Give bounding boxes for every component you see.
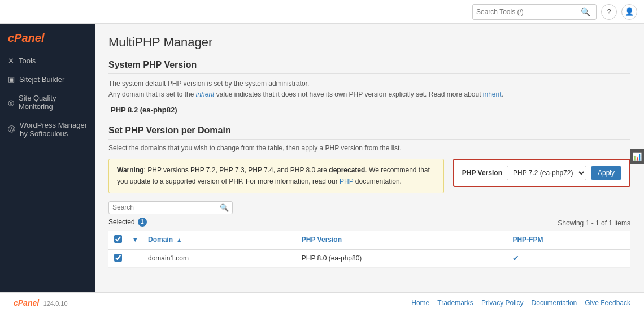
footer-brand: cPanel 124.0.10 bbox=[14, 298, 68, 307]
warning-bold: deprecated bbox=[329, 166, 365, 174]
search-submit-button[interactable]: 🔍 bbox=[578, 6, 593, 18]
domain-search-input[interactable] bbox=[112, 203, 220, 211]
footer: cPanel 124.0.10 Home Trademarks Privacy … bbox=[0, 292, 644, 313]
main-content: MultiPHP Manager System PHP Version The … bbox=[95, 24, 644, 292]
row-checkbox-cell bbox=[108, 249, 128, 268]
php-version-selector-box: PHP Version PHP 7.2 (ea-php72) PHP 7.3 (… bbox=[453, 159, 630, 187]
sidebar-item-sitejet[interactable]: ▣ Sitejet Builder bbox=[0, 70, 95, 89]
sidebar-logo: cPanel bbox=[0, 24, 95, 51]
showing-text: Showing 1 - 1 of 1 items bbox=[558, 219, 630, 227]
row-indicator-cell bbox=[128, 249, 142, 268]
footer-link-home[interactable]: Home bbox=[411, 299, 429, 307]
warning-box: Warning: PHP versions PHP 7.2, PHP 7.3, … bbox=[108, 159, 444, 193]
sidebar-item-label-quality: Site Quality Monitoring bbox=[19, 94, 87, 111]
sidebar-item-label-wordpress: WordPress Manager by Softaculous bbox=[20, 121, 87, 138]
selected-label: Selected bbox=[108, 218, 135, 226]
set-php-section: Set PHP Version per Domain Select the do… bbox=[108, 125, 630, 267]
inherit-link2[interactable]: inherit bbox=[483, 90, 502, 98]
system-php-title: System PHP Version bbox=[108, 60, 630, 74]
apply-button[interactable]: Apply bbox=[591, 166, 621, 180]
quality-icon: ◎ bbox=[8, 98, 14, 107]
th-domain[interactable]: Domain ▲ bbox=[142, 231, 296, 249]
row-php-version: PHP 8.0 (ea-php80) bbox=[296, 249, 507, 268]
footer-link-feedback[interactable]: Give Feedback bbox=[585, 299, 630, 307]
th-checkbox bbox=[108, 231, 128, 249]
sitejet-icon: ▣ bbox=[8, 75, 15, 84]
table-row: domain1.com PHP 8.0 (ea-php80) ✔ bbox=[108, 249, 630, 268]
th-php-fpm: PHP-FPM bbox=[507, 231, 630, 249]
logo-text: cPanel bbox=[8, 32, 44, 44]
system-php-section: System PHP Version The system default PH… bbox=[108, 60, 630, 114]
tools-icon: ✕ bbox=[8, 56, 14, 65]
php-version-select[interactable]: PHP 7.2 (ea-php72) PHP 7.3 (ea-php73) PH… bbox=[507, 166, 586, 180]
domain-table: ▾ Domain ▲ PHP Version PHP-FPM bbox=[108, 231, 630, 268]
inherit-link1[interactable]: inherit bbox=[196, 90, 215, 98]
warning-row: Warning: PHP versions PHP 7.2, PHP 7.3, … bbox=[108, 159, 630, 193]
selected-count: 1 bbox=[138, 218, 147, 227]
sidebar-item-label-sitejet: Sitejet Builder bbox=[19, 75, 64, 84]
select-all-checkbox[interactable] bbox=[114, 235, 122, 243]
warning-text-before: PHP versions PHP 7.2, PHP 7.3, PHP 7.4, … bbox=[147, 166, 327, 174]
domain-search-wrap: 🔍 bbox=[108, 201, 233, 214]
sidebar-item-tools[interactable]: ✕ Tools bbox=[0, 51, 95, 70]
topbar: 🔍 ? 👤 bbox=[0, 0, 644, 24]
sidebar-item-label-tools: Tools bbox=[19, 56, 36, 65]
php-doc-link[interactable]: PHP bbox=[340, 177, 353, 185]
page-title: MultiPHP Manager bbox=[108, 35, 630, 50]
wordpress-icon: Ⓦ bbox=[8, 124, 15, 134]
system-php-desc: The system default PHP version is set by… bbox=[108, 79, 630, 100]
th-php-version: PHP Version bbox=[296, 231, 507, 249]
set-php-desc: Select the domains that you wish to chan… bbox=[108, 144, 630, 152]
sidebar-item-wordpress[interactable]: Ⓦ WordPress Manager by Softaculous bbox=[0, 116, 95, 143]
domain-search-button[interactable]: 🔍 bbox=[220, 203, 229, 212]
chart-toggle-button[interactable]: 📊 bbox=[630, 149, 644, 164]
system-php-version: PHP 8.2 (ea-php82) bbox=[108, 106, 630, 114]
sort-indicator: ▾ bbox=[133, 236, 137, 244]
sidebar-item-quality[interactable]: ◎ Site Quality Monitoring bbox=[0, 89, 95, 116]
help-icon-button[interactable]: ? bbox=[601, 4, 617, 20]
footer-logo: cPanel bbox=[14, 298, 39, 307]
set-php-title: Set PHP Version per Domain bbox=[108, 125, 630, 140]
footer-links: Home Trademarks Privacy Policy Documenta… bbox=[411, 299, 630, 307]
footer-link-trademarks[interactable]: Trademarks bbox=[437, 299, 473, 307]
user-icon-button[interactable]: 👤 bbox=[621, 4, 637, 20]
footer-link-privacy[interactable]: Privacy Policy bbox=[481, 299, 524, 307]
footer-link-documentation[interactable]: Documentation bbox=[532, 299, 577, 307]
warning-label: Warning bbox=[117, 166, 144, 174]
domain-sort-arrow: ▲ bbox=[176, 237, 182, 243]
php-fpm-checkmark: ✔ bbox=[512, 254, 519, 263]
php-version-label: PHP Version bbox=[462, 169, 502, 177]
sidebar: cPanel ✕ Tools ▣ Sitejet Builder ◎ Site … bbox=[0, 24, 95, 292]
row-php-fpm: ✔ bbox=[507, 249, 630, 268]
warning-end: documentation. bbox=[355, 177, 402, 185]
row-checkbox[interactable] bbox=[114, 254, 122, 262]
search-input[interactable] bbox=[476, 8, 578, 16]
layout: cPanel ✕ Tools ▣ Sitejet Builder ◎ Site … bbox=[0, 24, 644, 292]
row-domain: domain1.com bbox=[142, 249, 296, 268]
footer-version: 124.0.10 bbox=[43, 300, 68, 307]
search-wrapper: 🔍 bbox=[472, 4, 597, 20]
selected-badge: Selected 1 bbox=[108, 218, 147, 227]
th-arrow: ▾ bbox=[128, 231, 142, 249]
